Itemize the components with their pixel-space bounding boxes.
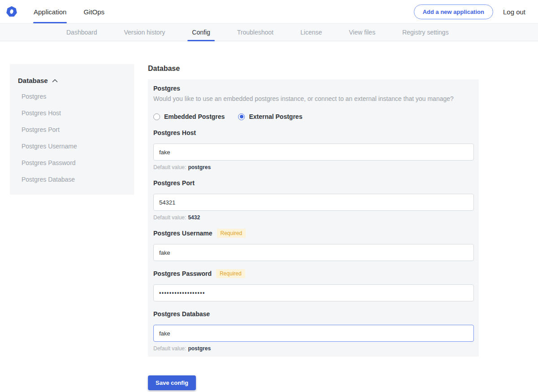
subnav-item-label: License bbox=[300, 29, 322, 36]
radio-option-label: External Postgres bbox=[249, 113, 302, 120]
field-label-row: Postgres UsernameRequired bbox=[153, 229, 474, 238]
subnav-item-config[interactable]: Config bbox=[192, 24, 210, 41]
field-label: Postgres Username bbox=[153, 230, 213, 237]
config-main: Database Postgres Would you like to use … bbox=[148, 64, 479, 390]
content-area: Database PostgresPostgres HostPostgres P… bbox=[0, 64, 538, 390]
field-label-row: Postgres Host bbox=[153, 128, 474, 137]
required-badge: Required bbox=[216, 269, 245, 278]
radio-unselected-icon[interactable] bbox=[153, 113, 160, 120]
field-postgres-host: Postgres HostDefault value:postgres bbox=[153, 128, 474, 170]
sidebar-item-postgres-database[interactable]: Postgres Database bbox=[22, 176, 125, 183]
group-label: Postgres bbox=[153, 85, 474, 92]
subnav-item-label: Config bbox=[192, 29, 210, 36]
sidebar-items: PostgresPostgres HostPostgres PortPostgr… bbox=[18, 93, 125, 183]
hint-value: 5432 bbox=[188, 214, 200, 221]
sidebar-item-postgres-username[interactable]: Postgres Username bbox=[22, 143, 125, 150]
default-value-hint: Default value:postgres bbox=[153, 164, 474, 170]
default-value-hint: Default value:postgres bbox=[153, 345, 474, 352]
config-sidebar: Database PostgresPostgres HostPostgres P… bbox=[10, 64, 134, 195]
field-postgres-username: Postgres UsernameRequired bbox=[153, 229, 474, 261]
header-tab-label: Application bbox=[34, 8, 66, 16]
hint-label: Default value: bbox=[153, 164, 186, 170]
subnav-item-view-files[interactable]: View files bbox=[349, 24, 375, 41]
subnav-item-dashboard[interactable]: Dashboard bbox=[66, 24, 97, 41]
sidebar-item-postgres-port[interactable]: Postgres Port bbox=[22, 126, 125, 133]
field-label: Postgres Port bbox=[153, 179, 195, 187]
radio-option-external-postgres[interactable]: External Postgres bbox=[238, 113, 302, 120]
logout-button[interactable]: Log out bbox=[503, 8, 525, 16]
hint-label: Default value: bbox=[153, 214, 186, 221]
field-label-row: Postgres Database bbox=[153, 309, 474, 318]
field-postgres-port: Postgres PortDefault value:5432 bbox=[153, 179, 474, 221]
subnav-item-version-history[interactable]: Version history bbox=[124, 24, 165, 41]
header-right: Add a new application Log out bbox=[414, 4, 525, 19]
save-config-button[interactable]: Save config bbox=[148, 375, 196, 390]
active-tab-underline bbox=[33, 22, 67, 23]
subnav-item-label: View files bbox=[349, 29, 375, 36]
radio-option-embedded-postgres[interactable]: Embedded Postgres bbox=[153, 113, 225, 120]
field-label: Postgres Database bbox=[153, 310, 210, 318]
subnav-item-label: Dashboard bbox=[66, 29, 97, 36]
hint-label: Default value: bbox=[153, 345, 186, 352]
add-new-application-button[interactable]: Add a new application bbox=[414, 4, 493, 19]
field-label: Postgres Password bbox=[153, 270, 212, 277]
hint-value: postgres bbox=[188, 345, 211, 352]
header-tabs: ApplicationGitOps bbox=[33, 0, 121, 23]
default-value-hint: Default value:5432 bbox=[153, 214, 474, 221]
sidebar-item-postgres[interactable]: Postgres bbox=[22, 93, 125, 100]
postgres-password-input[interactable] bbox=[153, 284, 474, 301]
top-header: ApplicationGitOps Add a new application … bbox=[0, 0, 538, 23]
header-tab-application[interactable]: Application bbox=[33, 0, 67, 23]
sidebar-group-title: Database bbox=[18, 77, 48, 84]
field-postgres-password: Postgres PasswordRequired bbox=[153, 269, 474, 301]
config-group-panel: Postgres Would you like to use an embedd… bbox=[148, 79, 479, 357]
radio-selected-icon[interactable] bbox=[238, 113, 245, 120]
app-subnav: DashboardVersion historyConfigTroublesho… bbox=[0, 23, 538, 41]
subnav-item-troubleshoot[interactable]: Troubleshoot bbox=[237, 24, 273, 41]
postgres-port-input[interactable] bbox=[153, 194, 474, 211]
required-badge: Required bbox=[217, 229, 246, 238]
page-title: Database bbox=[148, 65, 479, 73]
subnav-item-label: Version history bbox=[124, 29, 165, 36]
sidebar-item-postgres-password[interactable]: Postgres Password bbox=[22, 159, 125, 166]
subnav-item-license[interactable]: License bbox=[300, 24, 322, 41]
header-tab-label: GitOps bbox=[83, 8, 104, 16]
postgres-host-input[interactable] bbox=[153, 144, 474, 161]
hint-value: postgres bbox=[188, 164, 211, 170]
postgres-radio-group: Embedded PostgresExternal Postgres bbox=[153, 113, 474, 120]
radio-option-label: Embedded Postgres bbox=[164, 113, 225, 120]
config-fields: Postgres HostDefault value:postgresPostg… bbox=[153, 128, 474, 352]
field-postgres-database: Postgres DatabaseDefault value:postgres bbox=[153, 309, 474, 352]
postgres-username-input[interactable] bbox=[153, 244, 474, 261]
subnav-item-label: Registry settings bbox=[402, 29, 448, 36]
header-tab-gitops[interactable]: GitOps bbox=[83, 0, 105, 23]
subnav-item-label: Troubleshoot bbox=[237, 29, 273, 36]
subnav-item-registry-settings[interactable]: Registry settings bbox=[402, 24, 448, 41]
app-logo-icon bbox=[6, 6, 17, 17]
sidebar-item-postgres-host[interactable]: Postgres Host bbox=[22, 109, 125, 117]
active-subnav-underline bbox=[187, 40, 214, 41]
field-label-row: Postgres Port bbox=[153, 179, 474, 187]
field-label-row: Postgres PasswordRequired bbox=[153, 269, 474, 278]
sidebar-group-database[interactable]: Database bbox=[18, 77, 125, 84]
chevron-up-icon bbox=[52, 79, 58, 83]
group-help-text: Would you like to use an embedded postgr… bbox=[153, 95, 474, 102]
postgres-database-input[interactable] bbox=[153, 325, 474, 342]
field-label: Postgres Host bbox=[153, 129, 196, 136]
